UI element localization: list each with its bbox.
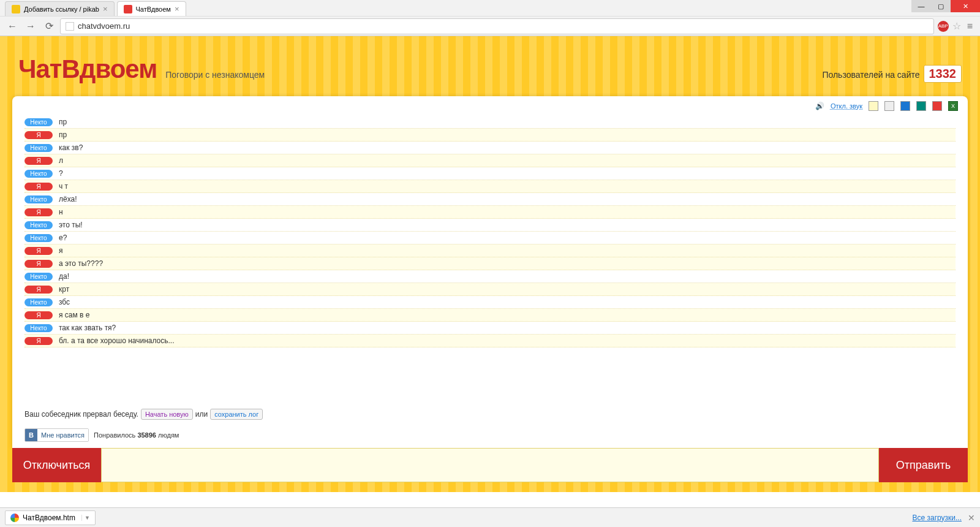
extension-abp-icon[interactable]: ABP [938, 21, 949, 32]
download-filename: ЧатВдвоем.htm [23, 514, 75, 522]
badge-self: Я [24, 157, 53, 165]
badge-stranger: Некто [24, 234, 53, 242]
window-close-button[interactable]: ✕ [951, 0, 980, 12]
export-excel-icon[interactable]: X [948, 101, 958, 111]
page-header: ЧатВдвоем Поговори с незнакомцем Пользов… [0, 48, 980, 96]
tabs-bar: Добавить ссылку / pikab × ЧатВдвоем × [0, 0, 980, 16]
disconnect-button[interactable]: Отключиться [12, 448, 101, 482]
send-button[interactable]: Отправить [879, 448, 968, 482]
like-count-text: Понравилось 35896 людям [94, 431, 179, 439]
nav-reload-button[interactable]: ⟳ [42, 19, 56, 34]
badge-self: Я [24, 311, 53, 319]
download-bar-close-icon[interactable]: ✕ [968, 513, 975, 523]
theme-swatch-blue[interactable] [900, 101, 910, 111]
message-text: да! [59, 272, 69, 281]
browser-tab-inactive[interactable]: Добавить ссылку / pikab × [5, 1, 115, 16]
address-bar: ← → ⟳ chatvdvoem.ru ABP ☆ ≡ [0, 16, 980, 36]
chat-toolbar: 🔊 Откл. звук X [12, 96, 968, 113]
message-text: пр [59, 118, 67, 126]
badge-self: Я [24, 260, 53, 268]
tab-close-icon[interactable]: × [103, 4, 108, 13]
message-row: Яя [24, 245, 956, 257]
nav-forward-button[interactable]: → [23, 19, 38, 34]
badge-self: Я [24, 286, 53, 294]
message-text: так как звать тя? [59, 324, 116, 332]
message-row: Нектоэто ты! [24, 219, 956, 232]
badge-self: Я [24, 247, 53, 255]
page-icon [66, 22, 74, 31]
badge-stranger: Некто [24, 221, 53, 229]
message-row: Япр [24, 129, 956, 142]
chrome-file-icon [10, 514, 19, 522]
browser-menu-icon[interactable]: ≡ [965, 21, 975, 32]
message-text: крт [59, 285, 69, 294]
or-text: или [195, 410, 208, 419]
site-logo[interactable]: ЧатВдвоем [18, 55, 157, 84]
tab-title: Добавить ссылку / pikab [24, 6, 99, 13]
bookmark-star-icon[interactable]: ☆ [952, 20, 961, 32]
message-text: е? [59, 233, 67, 242]
message-row: Нектозбс [24, 296, 956, 309]
start-new-button[interactable]: Начать новую [141, 409, 193, 420]
vk-logo-icon: B [25, 429, 37, 441]
like-bar: B Мне нравится Понравилось 35896 людям [12, 425, 968, 448]
favicon-icon [12, 5, 20, 13]
message-text: ? [59, 169, 63, 178]
badge-self: Я [24, 131, 53, 139]
message-text: л [59, 156, 63, 165]
message-text: ч т [59, 182, 68, 191]
window-maximize-button[interactable]: ▢ [931, 0, 951, 12]
badge-stranger: Некто [24, 298, 53, 306]
message-row: Ян [24, 206, 956, 219]
save-log-button[interactable]: сохранить лог [210, 409, 263, 420]
message-row: Некто? [24, 167, 956, 180]
badge-self: Я [24, 337, 53, 345]
window-minimize-button[interactable]: — [911, 0, 931, 12]
sound-icon: 🔊 [815, 102, 824, 110]
theme-swatch-yellow[interactable] [869, 101, 878, 111]
sound-toggle-link[interactable]: Откл. звук [831, 102, 862, 110]
badge-stranger: Некто [24, 324, 53, 332]
show-all-downloads-link[interactable]: Все загрузки... [912, 514, 962, 522]
badge-stranger: Некто [24, 144, 53, 152]
message-row: Нектотак как звать тя? [24, 322, 956, 335]
users-online-box: Пользователей на сайте 1332 [822, 65, 962, 83]
message-row: Нектода! [24, 270, 956, 283]
badge-stranger: Некто [24, 273, 53, 281]
url-text: chatvdvoem.ru [78, 21, 130, 31]
download-item[interactable]: ЧатВдвоем.htm ▼ [5, 510, 96, 525]
browser-tab-active[interactable]: ЧатВдвоем × [117, 1, 186, 16]
message-text: збс [59, 298, 70, 306]
tab-close-icon[interactable]: × [175, 4, 179, 13]
message-row: Ял [24, 154, 956, 167]
chat-panel: 🔊 Откл. звук X НектопрЯпрНектокак зв?ЯлН… [12, 96, 968, 448]
message-text: пр [59, 131, 67, 139]
users-label: Пользователей на сайте [822, 70, 919, 80]
message-text: лёха! [59, 195, 77, 203]
chat-input-bar: Отключиться Отправить [12, 448, 968, 482]
message-text: н [59, 208, 63, 216]
badge-self: Я [24, 208, 53, 216]
site-tagline: Поговори с незнакомцем [165, 70, 265, 80]
badge-stranger: Некто [24, 118, 53, 126]
nav-back-button[interactable]: ← [5, 19, 20, 34]
vk-like-button[interactable]: B Мне нравится [24, 428, 89, 442]
message-text: а это ты???? [59, 259, 103, 268]
favicon-icon [124, 5, 132, 13]
window-controls: — ▢ ✕ [911, 0, 980, 12]
message-row: Яя сам в е [24, 309, 956, 322]
chat-log[interactable]: НектопрЯпрНектокак зв?ЯлНекто?Яч тНектол… [12, 113, 968, 401]
download-bar: ЧатВдвоем.htm ▼ Все загрузки... ✕ [0, 507, 980, 527]
download-dropdown-icon[interactable]: ▼ [81, 515, 90, 521]
message-row: Нектолёха! [24, 193, 956, 206]
message-text: я [59, 246, 63, 255]
theme-swatch-teal[interactable] [916, 101, 926, 111]
message-row: Ябл. а та все хорошо начиналось... [24, 335, 956, 347]
url-input[interactable]: chatvdvoem.ru [60, 18, 934, 34]
message-text: я сам в е [59, 311, 89, 319]
message-row: Яч т [24, 180, 956, 193]
vk-like-label: Мне нравится [37, 429, 88, 441]
message-input[interactable] [101, 448, 879, 482]
theme-swatch-red[interactable] [932, 101, 942, 111]
theme-swatch-grey[interactable] [884, 101, 894, 111]
